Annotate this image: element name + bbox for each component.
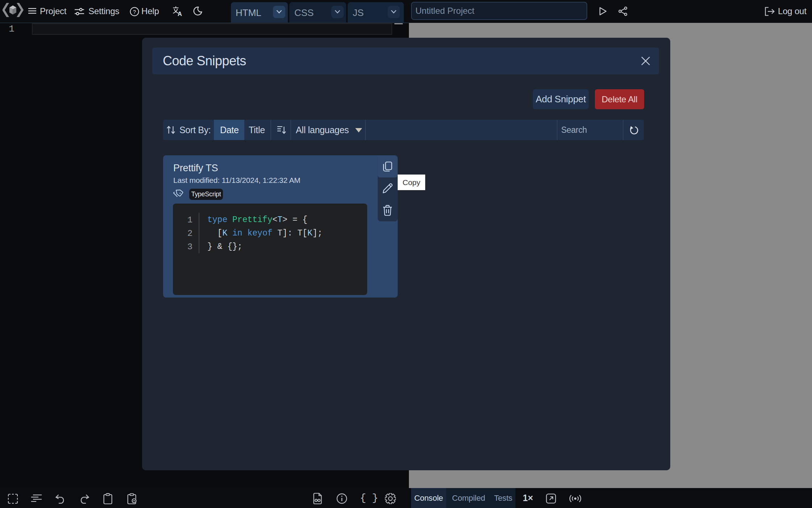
svg-text:A: A	[178, 11, 182, 16]
svg-text:?: ?	[133, 9, 136, 15]
